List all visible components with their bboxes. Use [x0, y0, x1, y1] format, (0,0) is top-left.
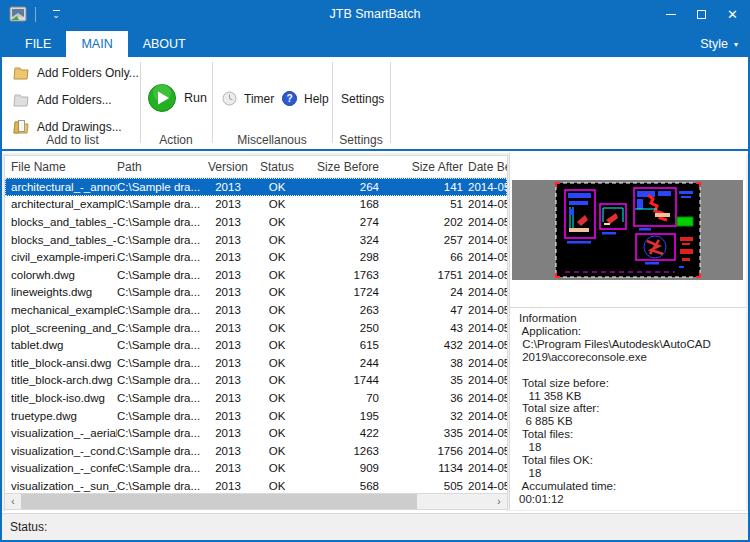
cell-size-before: 264: [303, 181, 379, 193]
cell-date: 2014-05-2: [463, 427, 507, 439]
cell-size-before: 1744: [303, 374, 379, 386]
cell-version: 2013: [205, 410, 251, 422]
close-button[interactable]: ✕: [717, 0, 748, 28]
add-folders-only-label: Add Folders Only...: [37, 66, 139, 80]
cell-date: 2014-05-2: [463, 357, 507, 369]
cell-file: blocks_and_tables_-...: [5, 234, 117, 246]
scroll-right-arrow[interactable]: ›: [491, 494, 507, 509]
chevron-down-icon[interactable]: ⌄: [50, 10, 62, 18]
cell-size-before: 615: [303, 339, 379, 351]
status-label: Status:: [10, 520, 47, 534]
column-header-path[interactable]: Path: [117, 160, 205, 174]
cell-size-before: 909: [303, 462, 379, 474]
table-row[interactable]: plot_screening_and_...C:\Sample dra...20…: [5, 319, 507, 337]
cell-status: OK: [251, 427, 303, 439]
settings-button[interactable]: Settings: [341, 92, 384, 106]
column-header-version[interactable]: Version: [205, 160, 251, 174]
help-button[interactable]: ? Help: [282, 91, 329, 106]
cell-path: C:\Sample dra...: [117, 198, 205, 210]
cell-path: C:\Sample dra...: [117, 322, 205, 334]
style-dropdown[interactable]: Style ▾: [700, 31, 738, 57]
column-header-date-before[interactable]: Date Before: [463, 160, 507, 174]
cell-size-before: 1724: [303, 286, 379, 298]
add-drawings-button[interactable]: Add Drawings...: [13, 119, 122, 134]
minimize-button[interactable]: [655, 0, 686, 28]
table-row[interactable]: architectural_exampl...C:\Sample dra...2…: [5, 196, 507, 214]
table-row[interactable]: visualization_-_cond...C:\Sample dra...2…: [5, 442, 507, 460]
table-row[interactable]: mechanical_example...C:\Sample dra...201…: [5, 301, 507, 319]
group-label-action: Action: [140, 133, 212, 147]
cell-file: architectural_exampl...: [5, 198, 117, 210]
add-folders-label: Add Folders...: [37, 93, 112, 107]
cell-path: C:\Sample dra...: [117, 427, 205, 439]
table-row[interactable]: architectural_-_annot...C:\Sample dra...…: [5, 178, 507, 196]
table-row[interactable]: visualization_-_aerial...C:\Sample dra..…: [5, 424, 507, 442]
group-label-settings: Settings: [332, 133, 390, 147]
scroll-left-arrow[interactable]: ‹: [5, 494, 21, 509]
add-folders-button[interactable]: Add Folders...: [13, 92, 112, 107]
svg-text:?: ?: [286, 93, 292, 104]
cell-size-after: 36: [379, 392, 463, 404]
scrollbar-thumb[interactable]: [21, 494, 417, 509]
ribbon-group-action: Run Action: [140, 57, 212, 149]
cell-date: 2014-05-2: [463, 286, 507, 298]
table-row[interactable]: title_block-ansi.dwgC:\Sample dra...2013…: [5, 354, 507, 372]
cell-date: 2014-05-2: [463, 251, 507, 263]
cell-file: lineweights.dwg: [5, 286, 117, 298]
table-row[interactable]: truetype.dwgC:\Sample dra...2013OK195322…: [5, 407, 507, 425]
table-row[interactable]: colorwh.dwgC:\Sample dra...2013OK1763175…: [5, 266, 507, 284]
cell-file: visualization_-_aerial...: [5, 427, 117, 439]
cell-size-after: 47: [379, 304, 463, 316]
cell-size-after: 141: [379, 181, 463, 193]
app-window: ⌄ JTB SmartBatch ✕ FILE MAIN ABOUT Style…: [0, 0, 750, 542]
tab-main[interactable]: MAIN: [66, 31, 127, 57]
column-header-file-name[interactable]: File Name: [5, 160, 117, 174]
cell-file: civil_example-imperi...: [5, 251, 117, 263]
cell-file: plot_screening_and_...: [5, 322, 117, 334]
table-row[interactable]: title_block-iso.dwgC:\Sample dra...2013O…: [5, 389, 507, 407]
add-folders-only-button[interactable]: Add Folders Only...: [13, 65, 139, 80]
table-row[interactable]: visualization_-_confe...C:\Sample dra...…: [5, 460, 507, 478]
app-icon[interactable]: [9, 5, 27, 23]
cell-version: 2013: [205, 198, 251, 210]
column-header-size-before[interactable]: Size Before: [303, 160, 379, 174]
cell-path: C:\Sample dra...: [117, 480, 205, 492]
cell-size-after: 66: [379, 251, 463, 263]
cell-version: 2013: [205, 339, 251, 351]
scrollbar-track[interactable]: [21, 494, 491, 509]
table-row[interactable]: lineweights.dwgC:\Sample dra...2013OK172…: [5, 284, 507, 302]
cell-path: C:\Sample dra...: [117, 357, 205, 369]
table-row[interactable]: title_block-arch.dwgC:\Sample dra...2013…: [5, 372, 507, 390]
cell-file: visualization_-_cond...: [5, 445, 117, 457]
cell-file: visualization_-_sun_...: [5, 480, 117, 492]
status-bar: Status:: [2, 513, 748, 540]
cell-path: C:\Sample dra...: [117, 181, 205, 193]
cell-file: title_block-ansi.dwg: [5, 357, 117, 369]
cell-date: 2014-05-2: [463, 181, 507, 193]
cell-version: 2013: [205, 445, 251, 457]
table-row[interactable]: blocks_and_tables_-...C:\Sample dra...20…: [5, 231, 507, 249]
column-header-status[interactable]: Status: [251, 160, 303, 174]
table-row[interactable]: tablet.dwgC:\Sample dra...2013OK61543220…: [5, 336, 507, 354]
cell-version: 2013: [205, 480, 251, 492]
timer-button[interactable]: Timer: [222, 91, 274, 106]
table-header: File Name Path Version Status Size Befor…: [5, 156, 507, 178]
cell-status: OK: [251, 216, 303, 228]
column-header-size-after[interactable]: Size After: [379, 160, 463, 174]
run-button[interactable]: Run: [147, 83, 207, 113]
table-row[interactable]: blocks_and_tables_-...C:\Sample dra...20…: [5, 213, 507, 231]
cell-version: 2013: [205, 462, 251, 474]
maximize-button[interactable]: [686, 0, 717, 28]
folder-gray-icon: [13, 92, 30, 107]
tab-file[interactable]: FILE: [10, 31, 66, 57]
cell-path: C:\Sample dra...: [117, 374, 205, 386]
group-separator: [390, 62, 391, 143]
cell-size-before: 298: [303, 251, 379, 263]
cell-path: C:\Sample dra...: [117, 234, 205, 246]
tab-about[interactable]: ABOUT: [128, 31, 201, 57]
cell-size-before: 70: [303, 392, 379, 404]
horizontal-scrollbar[interactable]: ‹ ›: [4, 493, 508, 510]
cell-status: OK: [251, 357, 303, 369]
cell-version: 2013: [205, 322, 251, 334]
table-row[interactable]: civil_example-imperi...C:\Sample dra...2…: [5, 248, 507, 266]
